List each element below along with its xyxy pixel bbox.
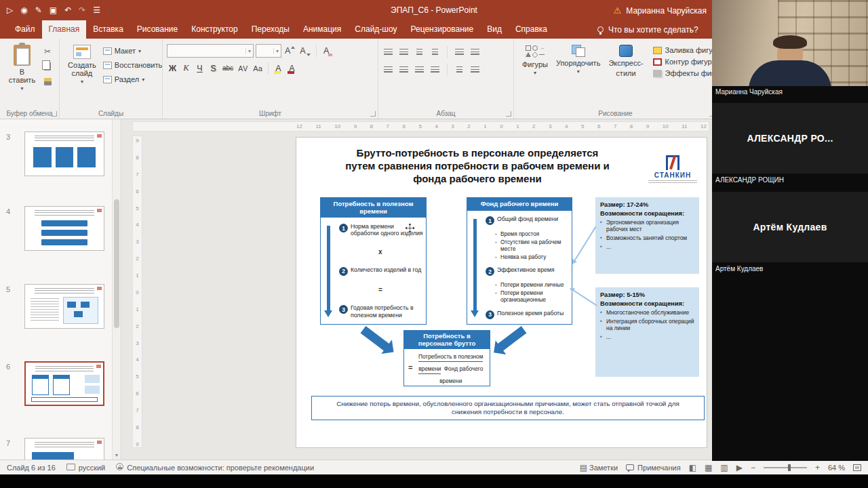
format-painter-icon[interactable] [40,76,55,87]
footnote-box[interactable]: Снижение потерь времени, обусловленного … [311,396,705,420]
slide-thumbnail-3[interactable]: 3 [0,131,121,180]
scroll-down-icon[interactable]: ▼ [113,451,121,460]
account-area[interactable]: ⚠ Марианна Чаруйская [614,5,707,16]
quick-access-menu-icon[interactable]: ☰ [93,5,100,15]
zoom-slider-handle[interactable] [788,464,791,471]
quick-styles-button[interactable]: Экспресс- стили [604,42,647,80]
text-highlight-button[interactable]: А [273,62,284,75]
fit-to-window-icon[interactable] [853,464,861,471]
ribbon-tab[interactable]: Вид [480,20,509,39]
ribbon-tab[interactable]: Слайд-шоу [348,20,403,39]
ruler-number: 10 [334,123,340,129]
indent-increase-icon[interactable] [429,47,441,57]
ribbon-tab[interactable]: Конструктор [184,20,244,39]
shapes-button[interactable]: → Фигуры ▾ [518,42,552,79]
indent-decrease-icon[interactable] [414,47,425,57]
slide-thumbnail-4[interactable]: 4 [0,206,121,255]
tab-file[interactable]: Файл [8,20,42,39]
account-name: Марианна Чаруйская [626,5,707,15]
align-right-icon[interactable] [414,65,425,75]
shrink-font-button[interactable]: А [298,45,311,58]
undo-icon[interactable]: ↶ [64,5,71,15]
underline-button[interactable]: Ч [194,62,205,75]
slide-thumbnail-6[interactable]: 6 [0,361,121,410]
ribbon-tab[interactable]: Рисование [130,20,184,39]
paste-button[interactable]: В ставить ▾ [4,42,40,95]
scrollbar-thumb[interactable] [114,199,119,328]
tab-home[interactable]: Главная [42,20,87,39]
zoom-slider[interactable] [764,467,807,468]
grow-font-button[interactable]: А [283,45,296,58]
bold-button[interactable]: Ж [167,62,178,75]
qat-customize-icon[interactable]: ▾ [108,7,111,14]
reading-view-button[interactable]: ▥ [720,463,728,472]
clear-formatting-button[interactable]: А [321,45,332,58]
text-direction-icon[interactable] [469,47,481,57]
zoom-level[interactable]: 64 % [828,464,845,472]
accessibility-checker[interactable]: Специальные возможности: проверьте реком… [116,463,314,472]
zoom-in-button[interactable]: + [815,463,820,472]
start-slideshow-icon[interactable]: ▷ [7,5,13,15]
clipboard-dialog-launcher-icon[interactable] [52,111,57,117]
font-name-combobox[interactable]: ▾ [167,44,254,58]
participant-tile-alexander[interactable]: АЛЕКСАНДР РО... [712,103,868,174]
text-shadow-button[interactable]: S [208,62,219,75]
numbering-icon[interactable] [398,47,410,57]
ribbon-tab[interactable]: Рецензирование [404,20,481,39]
font-size-combobox[interactable]: ▾ [256,44,281,58]
layout-button[interactable]: Макет▾ [100,45,165,56]
font-dialog-launcher-icon[interactable] [370,111,376,117]
ribbon-tab[interactable]: Переходы [245,20,296,39]
ribbon-tab[interactable]: Вставка [86,20,130,39]
zoom-out-button[interactable]: − [751,463,755,472]
align-left-icon[interactable] [382,65,394,75]
justify-icon[interactable] [429,65,441,75]
character-spacing-button[interactable]: AV [237,62,250,75]
slideshow-view-button[interactable]: ▶ [736,463,743,472]
slide-canvas[interactable]: Брутто-потребность в персонале определяе… [296,138,707,447]
ribbon-tab[interactable]: Справка [509,20,554,39]
reduction-info-box-1[interactable]: Размер: 17-24% Возможности сокращения: Э… [595,197,699,274]
down-arrow [473,219,477,310]
vertical-ruler[interactable]: 9876543210123456789 [132,136,142,448]
line-spacing-icon[interactable] [454,47,465,57]
horizontal-ruler[interactable]: 1211109876543210123456789101112 [132,121,709,131]
thumbnail-scrollbar[interactable]: ▼ [112,119,121,460]
copy-icon[interactable] [40,61,55,72]
tell-me-box[interactable]: Что вы хотите сделать? [592,20,704,39]
align-center-icon[interactable] [398,65,410,75]
slide-thumbnail-5[interactable]: 5 [0,284,121,333]
change-case-button[interactable]: Aa [252,62,263,75]
slide-sorter-view-button[interactable]: ▦ [705,463,712,472]
cut-icon[interactable]: ✂ [40,46,55,57]
paragraph-dialog-launcher-icon[interactable] [506,111,511,117]
new-slide-button[interactable]: Создать слайд ▾ [64,42,100,88]
comments-button[interactable]: Примечания [626,464,681,472]
reduction-info-box-2[interactable]: Размер: 5-15% Возможности сокращения: Мн… [595,287,699,377]
ribbon-tab[interactable]: Анимация [296,20,348,39]
redo-icon[interactable]: ↷ [79,5,85,15]
language-indicator[interactable]: русский [66,464,105,472]
reset-button[interactable]: Восстановить [100,60,165,70]
slide-title[interactable]: Брутто-потребность в персонале определяе… [315,146,639,186]
draw-icon[interactable]: ✎ [35,5,42,15]
participant-tile-artem[interactable]: Артём Кудлаев [712,192,868,262]
ruler-number: 3 [136,340,138,346]
participant-video-marianna[interactable] [712,0,868,86]
normal-view-button[interactable]: ◧ [689,463,696,472]
convert-to-smartart-icon[interactable] [469,65,481,75]
font-color-button[interactable]: А [286,62,298,75]
arrange-button[interactable]: Упорядочить ▾ [552,42,604,78]
notes-button[interactable]: ▤ Заметки [580,463,618,472]
columns-icon[interactable] [454,65,465,75]
strikethrough-button[interactable]: abc [221,62,235,75]
bullets-icon[interactable] [382,47,394,57]
save-icon[interactable]: ▣ [50,5,57,15]
section-button[interactable]: Раздел▾ [100,74,165,85]
gross-need-panel[interactable]: Потребность в персонале брутто = Потребн… [403,330,490,386]
useful-time-panel[interactable]: Потребность в полезном времени 1Норма вр… [320,197,427,325]
working-time-fund-panel[interactable]: Фонд рабочего времени 1Общий фонд времен… [467,197,572,325]
italic-button[interactable]: К [180,62,192,75]
touch-mode-icon[interactable]: ◉ [20,5,27,15]
slide-thumbnail-7[interactable]: 7 [0,438,121,460]
